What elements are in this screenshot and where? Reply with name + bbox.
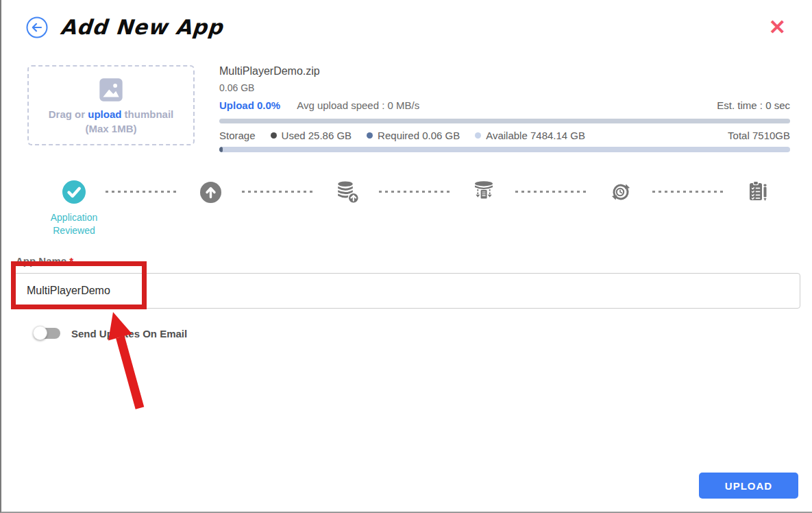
upload-section: Drag or upload thumbnail (Max 1MB) Multi…: [27, 65, 790, 152]
app-name-label: App Name *: [14, 255, 800, 267]
database-extract-icon: [471, 180, 496, 204]
back-button[interactable]: [26, 16, 48, 38]
thumbnail-dropzone[interactable]: Drag or upload thumbnail (Max 1MB): [27, 65, 195, 145]
upload-arrow-circle-icon: [198, 180, 223, 204]
thumbnail-size-limit: (Max 1MB): [85, 123, 136, 134]
upload-stepper: Application Reviewed: [42, 180, 789, 237]
step-database-extract: [452, 180, 515, 204]
storage-used-fill: [219, 147, 223, 152]
upload-stats-row: Upload 0.0% Avg upload speed : 0 MB/s Es…: [219, 99, 790, 111]
database-upload-icon: [335, 180, 360, 204]
storage-progress-bar: [219, 147, 790, 152]
toggle-knob: [33, 326, 47, 340]
arrow-left-icon: [26, 30, 48, 40]
email-updates-toggle[interactable]: [34, 328, 60, 339]
file-info: MultiPlayerDemo.zip 0.06 GB Upload 0.0% …: [219, 65, 790, 152]
thumbnail-instruction: Drag or upload thumbnail: [49, 108, 174, 120]
close-button[interactable]: ✕: [763, 16, 791, 39]
upload-percent: Upload 0.0%: [219, 99, 280, 111]
storage-legend: Storage Used 25.86 GB Required 0.06 GB A…: [219, 130, 790, 141]
step-upload: [179, 180, 242, 204]
page-title: Add New App: [60, 15, 224, 39]
required-asterisk: *: [69, 255, 73, 267]
dialog-header: Add New App ✕: [1, 0, 812, 39]
step-sync: [589, 180, 652, 204]
app-name-input[interactable]: [14, 273, 800, 309]
file-size: 0.06 GB: [219, 82, 790, 93]
close-icon: ✕: [769, 16, 786, 38]
available-bullet-icon: [475, 132, 481, 139]
step-connector: [379, 191, 452, 193]
storage-label: Storage: [219, 130, 256, 141]
check-circle-icon: [62, 180, 86, 204]
image-icon: [97, 76, 125, 106]
estimated-time: Est. time : 0 sec: [717, 99, 790, 111]
storage-required: Required 0.06 GB: [367, 130, 460, 141]
storage-available: Available 7484.14 GB: [475, 130, 585, 141]
email-updates-label: Send Updates On Email: [71, 328, 187, 339]
step-database-upload: [316, 180, 379, 204]
avg-upload-speed: Avg upload speed : 0 MB/s: [297, 99, 419, 111]
step-connector: [242, 191, 315, 193]
app-form: App Name * Send Updates On Email: [14, 255, 800, 339]
required-bullet-icon: [367, 132, 373, 139]
add-new-app-dialog: Add New App ✕ Drag or upload thumbnail (…: [0, 0, 812, 513]
file-name: MultiPlayerDemo.zip: [219, 65, 790, 77]
storage-total: Total 7510GB: [728, 130, 790, 141]
storage-used: Used 25.86 GB: [271, 130, 352, 141]
step-review-checklist: [726, 180, 789, 204]
step-connector: [106, 191, 179, 193]
checklist-pencil-icon: [745, 180, 770, 204]
step-application-reviewed: Application Reviewed: [42, 180, 106, 237]
upload-thumbnail-link[interactable]: upload: [88, 108, 121, 120]
upload-progress-bar: [219, 119, 790, 123]
used-bullet-icon: [271, 132, 277, 139]
email-updates-row: Send Updates On Email: [34, 328, 800, 339]
step-label: Application Reviewed: [42, 211, 106, 237]
step-connector: [652, 191, 726, 193]
sync-clock-icon: [608, 180, 633, 204]
step-connector: [515, 191, 589, 193]
upload-button[interactable]: UPLOAD: [699, 473, 798, 499]
